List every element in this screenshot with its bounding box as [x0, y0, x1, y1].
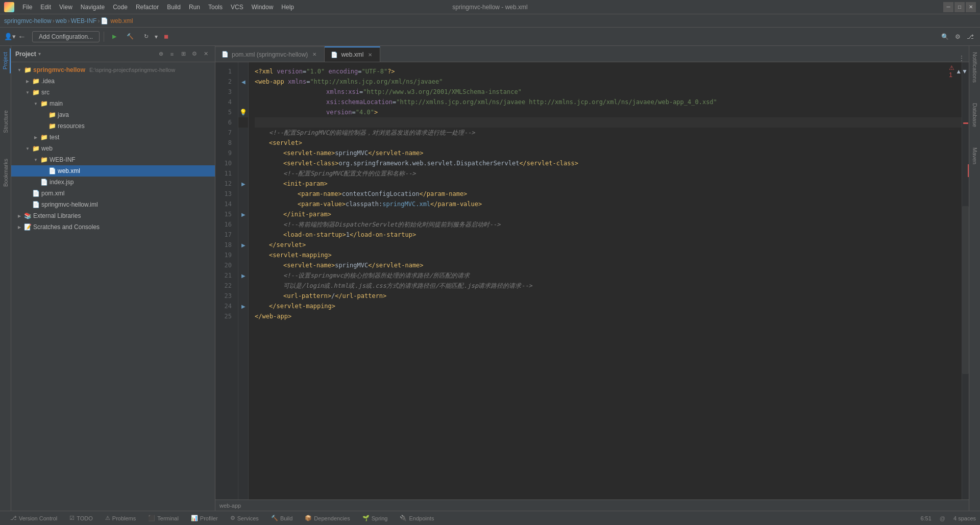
- tree-item-pomxml[interactable]: 📄 pom.xml: [11, 188, 215, 199]
- status-bar: ⎇ Version Control ☑ TODO ⚠ Problems ⬛ Te…: [0, 511, 980, 525]
- back-icon[interactable]: ←: [18, 32, 26, 41]
- gutter-bookmark-2[interactable]: ◀: [238, 77, 248, 87]
- tab-pomxml[interactable]: 📄 pom.xml (springmvc-hellow) ✕: [215, 46, 325, 62]
- left-tab-bookmarks[interactable]: Bookmarks: [1, 155, 10, 191]
- gutter-arrow-18[interactable]: ▶: [238, 240, 248, 250]
- tree-item-indexjsp[interactable]: 📄 index.jsp: [11, 177, 215, 188]
- status-tab-spring[interactable]: 🌱 Spring: [356, 513, 394, 523]
- add-configuration-button[interactable]: Add Configuration...: [32, 31, 100, 42]
- tab-webxml[interactable]: 📄 web.xml ✕: [325, 46, 380, 62]
- maximize-button[interactable]: □: [954, 2, 965, 12]
- tree-item-ext-libs[interactable]: ▶ 📚 External Libraries: [11, 210, 215, 221]
- sidebar-settings-icon[interactable]: ⚙: [189, 49, 200, 59]
- minimize-button[interactable]: ─: [943, 2, 953, 12]
- toolbar-separator: [104, 32, 104, 42]
- tree-item-webinf[interactable]: ▼ 📁 WEB-INF: [11, 154, 215, 165]
- left-tab-project[interactable]: Project: [1, 48, 11, 73]
- code-line-3: xmlns:xsi="http://www.w3.org/2001/XMLSch…: [255, 87, 962, 97]
- profile-icon[interactable]: 👤▾: [4, 33, 16, 40]
- code-line-17: <load-on-startup>1</load-on-startup>: [255, 230, 962, 240]
- bc-part-1[interactable]: web: [56, 17, 67, 24]
- menu-code[interactable]: Code: [109, 3, 132, 12]
- breadcrumb: springmvc-hellow › web › WEB-INF › 📄 web…: [0, 14, 980, 28]
- bc-part-0[interactable]: springmvc-hellow: [4, 17, 52, 24]
- tree-item-webxml[interactable]: 📄 web.xml: [11, 165, 215, 177]
- menu-run[interactable]: Run: [185, 3, 204, 12]
- left-tab-structure[interactable]: Structure: [1, 106, 10, 137]
- code-editor[interactable]: <?xml version="1.0" encoding="UTF-8"?> <…: [249, 62, 962, 499]
- menu-vcs[interactable]: VCS: [227, 3, 248, 12]
- gutter-bulb-5[interactable]: 💡: [238, 107, 248, 117]
- close-pomxml-tab[interactable]: ✕: [311, 51, 318, 58]
- menu-window[interactable]: Window: [248, 3, 278, 12]
- code-line-10: <servlet-class>org.springframework.web.s…: [255, 158, 962, 168]
- nav-down-icon[interactable]: ▼: [962, 68, 968, 75]
- tree-item-idea[interactable]: ▶ 📁 .idea: [11, 76, 215, 87]
- build-button[interactable]: 🔨: [122, 30, 138, 44]
- tree-item-src[interactable]: ▼ 📁 src: [11, 87, 215, 98]
- menu-help[interactable]: Help: [277, 3, 298, 12]
- sidebar-close-icon[interactable]: ✕: [201, 49, 211, 59]
- tree-item-main[interactable]: ▼ 📁 main: [11, 98, 215, 109]
- right-tab-database[interactable]: Database: [970, 99, 979, 131]
- status-tab-build[interactable]: 🔨 Build: [265, 513, 299, 523]
- tree-item-resources[interactable]: 📁 resources: [11, 120, 215, 132]
- editor-wrapper: 1 2 3 4 5 6 7 8 9 10 11 12 13 14 15 16 1…: [215, 62, 969, 499]
- status-tab-problems[interactable]: ⚠ Problems: [99, 513, 142, 523]
- settings-button[interactable]: ⚙: [953, 31, 963, 42]
- code-line-2: <web-app xmlns="http://xmlns.jcp.org/xml…: [255, 77, 962, 87]
- stop-button[interactable]: ◼: [160, 30, 173, 44]
- menu-navigate[interactable]: Navigate: [77, 3, 109, 12]
- collapse-icon[interactable]: ≡: [167, 49, 177, 59]
- status-tab-todo[interactable]: ☑ TODO: [63, 513, 99, 523]
- git-button[interactable]: ⎇: [965, 31, 976, 42]
- menu-refactor[interactable]: Refactor: [132, 3, 163, 12]
- right-tab-maven[interactable]: Maven: [970, 143, 979, 168]
- run-button[interactable]: ▶: [108, 30, 120, 44]
- gutter-arrow-21[interactable]: ▶: [238, 270, 248, 281]
- tab-more-button[interactable]: ⋮: [954, 55, 969, 62]
- menu-file[interactable]: File: [18, 3, 36, 12]
- right-tab-notifications[interactable]: Notifications: [970, 48, 979, 87]
- sidebar-header: Project ▾ ⊕ ≡ ⊞ ⚙ ✕: [11, 46, 215, 62]
- code-line-19: <servlet-mapping>: [255, 250, 962, 260]
- search-button[interactable]: 🔍: [939, 31, 951, 42]
- status-right: 6:51 @ 4 spaces: [920, 515, 976, 521]
- code-line-14: <param-value>classpath:springMVC.xml</pa…: [255, 199, 962, 209]
- tree-item-scratches[interactable]: ▶ 📝 Scratches and Consoles: [11, 221, 215, 233]
- scroll-thumb[interactable]: [962, 206, 969, 373]
- nav-up-icon[interactable]: ▲: [955, 68, 962, 75]
- code-line-8: <servlet>: [255, 138, 962, 148]
- menu-build[interactable]: Build: [163, 3, 185, 12]
- menu-tools[interactable]: Tools: [204, 3, 227, 12]
- gutter-arrow-15[interactable]: ▶: [238, 209, 248, 219]
- tree-item-web[interactable]: ▼ 📁 web: [11, 143, 215, 154]
- code-line-1: <?xml version="1.0" encoding="UTF-8"?>: [255, 66, 962, 77]
- close-button[interactable]: ✕: [966, 2, 976, 12]
- code-line-15: </init-param>: [255, 209, 962, 219]
- status-tab-dependencies[interactable]: 📦 Dependencies: [299, 513, 356, 523]
- code-line-6: [255, 117, 962, 128]
- status-tab-services[interactable]: ⚙ Services: [224, 513, 265, 523]
- status-tab-endpoints[interactable]: 🔌 Endpoints: [394, 513, 440, 523]
- tree-item-test[interactable]: ▶ 📁 test: [11, 132, 215, 143]
- tree-item-root[interactable]: ▼ 📁 springmvc-hellow E:\spring-project\s…: [11, 64, 215, 76]
- editor-area: 📄 pom.xml (springmvc-hellow) ✕ 📄 web.xml…: [215, 46, 969, 511]
- gutter-arrow-12[interactable]: ▶: [238, 179, 248, 189]
- menu-edit[interactable]: Edit: [36, 3, 55, 12]
- gutter-arrow-24[interactable]: ▶: [238, 301, 248, 311]
- more-run-icon[interactable]: ▾: [155, 33, 158, 40]
- bc-part-2[interactable]: WEB-INF: [71, 17, 97, 24]
- left-panel-tabs: Project Structure Bookmarks: [0, 46, 11, 511]
- reload-button[interactable]: ↻: [140, 30, 153, 44]
- tree-item-iml[interactable]: 📄 springmvc-hellow.iml: [11, 199, 215, 210]
- close-webxml-tab[interactable]: ✕: [366, 52, 374, 58]
- status-tab-profiler[interactable]: 📊 Profiler: [185, 513, 224, 523]
- bc-part-3[interactable]: web.xml: [110, 17, 133, 24]
- locate-icon[interactable]: ⊕: [156, 49, 166, 59]
- menu-view[interactable]: View: [55, 3, 77, 12]
- tree-item-java[interactable]: 📁 java: [11, 109, 215, 120]
- status-tab-terminal[interactable]: ⬛ Terminal: [142, 513, 185, 523]
- expand-icon[interactable]: ⊞: [178, 49, 188, 59]
- status-tab-vcs[interactable]: ⎇ Version Control: [4, 513, 63, 523]
